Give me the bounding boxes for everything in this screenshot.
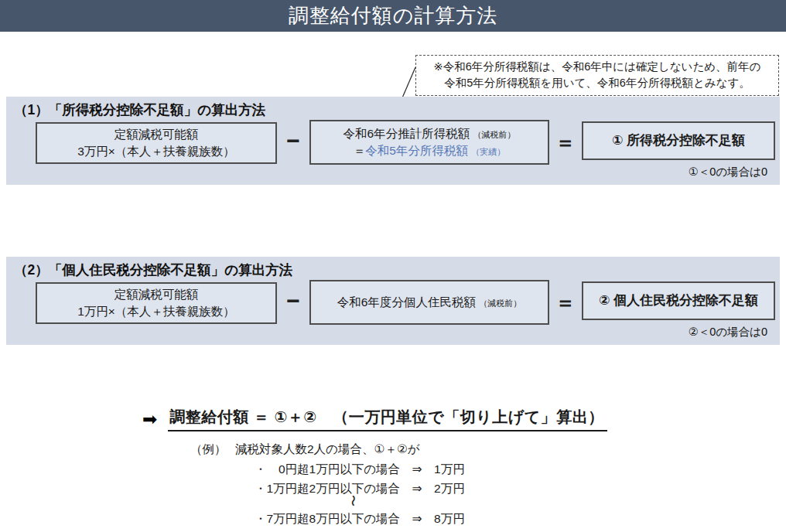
ellipsis-wave-icon: 〜 [345,495,360,506]
note-box: ※令和6年分所得税額は、令和6年中には確定しないため、前年の 令和5年分所得税額… [415,55,779,96]
section-income-tax: （1）「所得税分控除不足額」の算出方法 定額減税可能額 3万円×（本人＋扶養親族… [6,97,780,185]
example-item: ・ 0円超1万円以下の場合 ⇒ 1万円 [255,462,465,478]
estimated-tax-label: 令和6年分推計所得税額 [343,127,470,140]
example-item: ・7万円超8万円以下の場合 ⇒ 8万円 [255,511,465,527]
pre-reduction-label: （減税前） [479,298,521,308]
section2-resident-tax-box: 令和6年度分個人住民税額 （減税前） [309,280,549,325]
section1-estimated-tax-line1: 令和6年分推計所得税額 （減税前） [343,125,516,142]
pre-reduction-label: （減税前） [473,130,515,139]
section2-deductible-box: 定額減税可能額 1万円×（本人＋扶養親族数） [36,282,277,324]
section2-zero-note: ②＜0の場合は0 [689,325,767,339]
title-bar: 調整給付額の計算方法 [0,0,786,32]
section2-deductible-line1: 定額減税可能額 [114,286,199,303]
prior-year-tax-label: 令和5年分所得税額 [365,144,468,157]
section2-result-box: ② 個人住民税分控除不足額 [582,281,775,320]
section2-deductible-line2: 1万円×（本人＋扶養親族数） [77,303,235,320]
equals-operator: ＝ [551,289,580,316]
slide: 調整給付額の計算方法 ※令和6年分所得税額は、令和6年中には確定しないため、前年… [0,0,786,532]
resident-tax-label: 令和6年度分個人住民税額 [337,295,476,309]
actual-label: （実績） [471,147,505,156]
section1-deductible-line1: 定額減税可能額 [114,126,199,143]
example-label: （例） [190,442,227,458]
section1-deductible-box: 定額減税可能額 3万円×（本人＋扶養親族数） [36,122,277,164]
section1-result-box: ① 所得税分控除不足額 [582,121,775,160]
section1-deductible-line2: 3万円×（本人＋扶養親族数） [77,143,235,160]
page-title: 調整給付額の計算方法 [0,0,786,32]
equals-inline: ＝ [354,144,366,157]
section1-zero-note: ①＜0の場合は0 [689,165,767,179]
section2-resident-tax-line: 令和6年度分個人住民税額 （減税前） [337,294,521,311]
minus-operator: − [279,288,308,314]
minus-operator: − [279,128,308,154]
section1-heading: （1）「所得税分控除不足額」の算出方法 [14,101,265,119]
example-intro: 減税対象人数2人の場合、①＋②が [235,442,420,458]
note-line-1: ※令和6年分所得税額は、令和6年中には確定しないため、前年の [421,59,774,75]
right-arrow-icon: ➡ [142,411,157,428]
note-line-2: 令和5年分所得税額を用いて、令和6年分所得税額とみなす。 [421,75,774,91]
section-resident-tax: （2）「個人住民税分控除不足額」の算出方法 定額減税可能額 1万円×（本人＋扶養… [6,257,780,345]
result-formula-row: ➡ 調整給付額 ＝ ①＋② （一万円単位で「切り上げて」算出） [142,407,607,431]
result-formula: 調整給付額 ＝ ①＋② （一万円単位で「切り上げて」算出） [168,407,607,431]
section1-estimated-tax-line2: ＝令和5年分所得税額 （実績） [354,142,505,159]
section1-estimated-tax-box: 令和6年分推計所得税額 （減税前） ＝令和5年分所得税額 （実績） [309,120,549,165]
section2-heading: （2）「個人住民税分控除不足額」の算出方法 [14,261,292,279]
equals-operator: ＝ [551,129,580,156]
